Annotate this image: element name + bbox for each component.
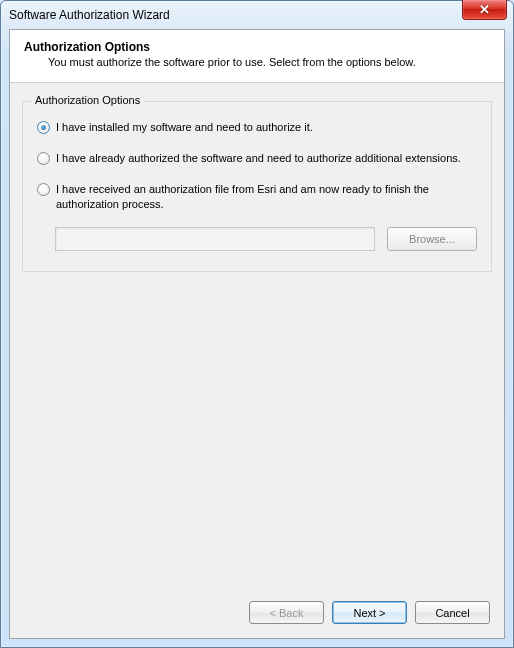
- next-button[interactable]: Next >: [332, 601, 407, 624]
- close-icon: ✕: [479, 3, 490, 16]
- window-title: Software Authorization Wizard: [9, 8, 509, 22]
- titlebar: Software Authorization Wizard ✕: [1, 1, 513, 29]
- radio-icon: [37, 152, 50, 165]
- authorization-options-group: Authorization Options I have installed m…: [22, 101, 492, 272]
- radio-option-additional-extensions[interactable]: I have already authorized the software a…: [37, 151, 477, 166]
- group-legend: Authorization Options: [31, 94, 144, 106]
- radio-option-install-authorize[interactable]: I have installed my software and need to…: [37, 120, 477, 135]
- wizard-footer: < Back Next > Cancel: [10, 591, 504, 638]
- content-frame: Authorization Options You must authorize…: [9, 29, 505, 639]
- authorization-file-path-input: [55, 227, 375, 251]
- header-title: Authorization Options: [24, 40, 490, 54]
- radio-icon: [37, 121, 50, 134]
- radio-label: I have already authorized the software a…: [56, 151, 461, 166]
- back-button: < Back: [249, 601, 324, 624]
- radio-option-authorization-file[interactable]: I have received an authorization file fr…: [37, 182, 477, 212]
- wizard-window: Software Authorization Wizard ✕ Authoriz…: [0, 0, 514, 648]
- radio-label: I have installed my software and need to…: [56, 120, 313, 135]
- cancel-button[interactable]: Cancel: [415, 601, 490, 624]
- close-button[interactable]: ✕: [462, 0, 507, 20]
- header-subtitle: You must authorize the software prior to…: [24, 56, 490, 68]
- radio-icon: [37, 183, 50, 196]
- radio-label: I have received an authorization file fr…: [56, 182, 477, 212]
- authorization-file-row: Browse...: [55, 227, 477, 251]
- browse-button: Browse...: [387, 227, 477, 251]
- wizard-header: Authorization Options You must authorize…: [10, 30, 504, 83]
- radio-dot-icon: [41, 125, 46, 130]
- wizard-body: Authorization Options I have installed m…: [10, 83, 504, 591]
